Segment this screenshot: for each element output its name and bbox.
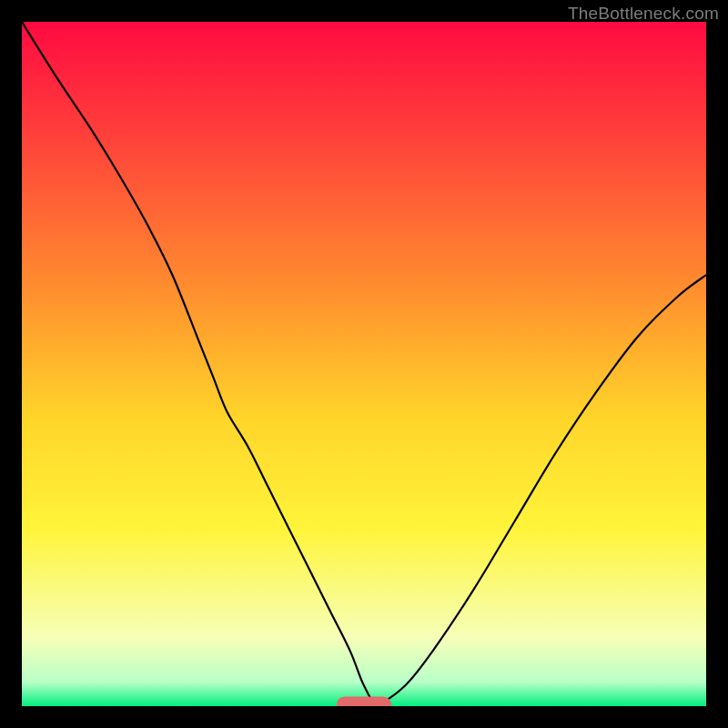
watermark-text: TheBottleneck.com <box>568 4 719 24</box>
gradient-background <box>22 22 706 706</box>
optimal-point-marker <box>337 696 391 706</box>
bottleneck-chart <box>22 22 706 706</box>
chart-frame: TheBottleneck.com <box>0 0 728 728</box>
